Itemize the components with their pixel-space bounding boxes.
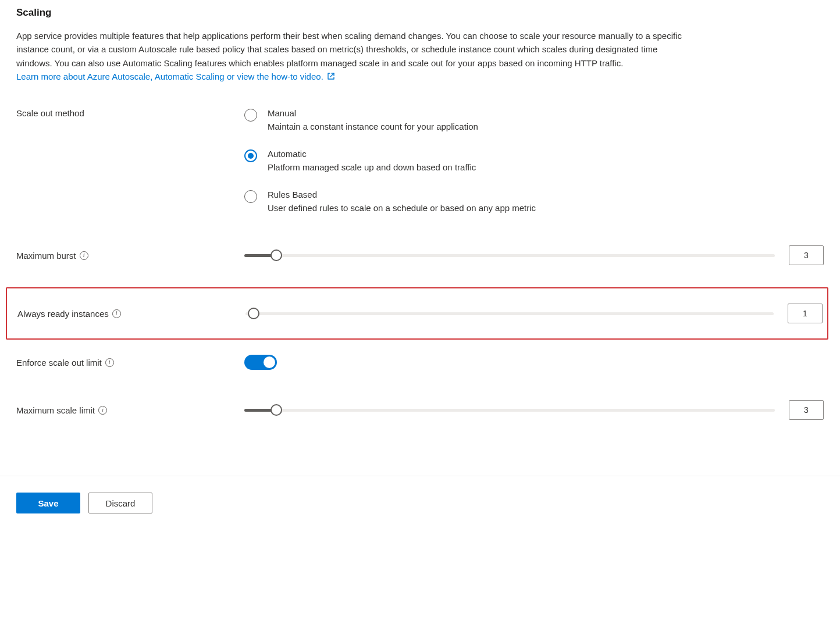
- info-icon[interactable]: [105, 358, 114, 367]
- radio-automatic-title: Automatic: [268, 149, 476, 159]
- maximum-burst-label: Maximum burst: [16, 251, 244, 261]
- radio-rules-desc: User defined rules to scale on a schedul…: [268, 203, 536, 213]
- scale-out-method-label: Scale out method: [16, 108, 244, 118]
- info-icon[interactable]: [112, 309, 121, 318]
- radio-option-manual[interactable]: Manual Maintain a constant instance coun…: [244, 108, 824, 131]
- radio-option-automatic[interactable]: Automatic Platform managed scale up and …: [244, 149, 824, 172]
- section-title: Scaling: [16, 7, 824, 19]
- maximum-burst-value[interactable]: 3: [789, 245, 824, 265]
- enforce-scale-out-label: Enforce scale out limit: [16, 358, 244, 368]
- radio-manual-desc: Maintain a constant instance count for y…: [268, 122, 478, 131]
- radio-rules[interactable]: [244, 190, 257, 203]
- scale-out-method-radio-group: Manual Maintain a constant instance coun…: [244, 108, 824, 213]
- maximum-scale-limit-value[interactable]: 3: [789, 400, 824, 420]
- external-link-icon: [327, 70, 335, 84]
- maximum-scale-limit-label: Maximum scale limit: [16, 405, 244, 415]
- discard-button[interactable]: Discard: [88, 493, 152, 513]
- save-button[interactable]: Save: [16, 493, 80, 513]
- radio-manual[interactable]: [244, 109, 257, 122]
- radio-rules-title: Rules Based: [268, 190, 536, 199]
- learn-more-link-text: Learn more about Azure Autoscale, Automa…: [16, 72, 323, 81]
- radio-manual-title: Manual: [268, 108, 478, 118]
- maximum-scale-limit-slider[interactable]: [244, 404, 775, 416]
- enforce-scale-out-toggle[interactable]: [244, 355, 277, 370]
- info-icon[interactable]: [98, 406, 107, 415]
- maximum-scale-limit-row: Maximum scale limit 3: [16, 397, 824, 423]
- always-ready-highlight: Always ready instances 1: [6, 287, 828, 340]
- radio-automatic-desc: Platform managed scale up and down based…: [268, 162, 476, 172]
- maximum-burst-slider[interactable]: [244, 249, 775, 262]
- radio-option-rules[interactable]: Rules Based User defined rules to scale …: [244, 190, 824, 213]
- maximum-burst-row: Maximum burst 3: [16, 242, 824, 269]
- footer: Save Discard: [0, 476, 840, 530]
- learn-more-link[interactable]: Learn more about Azure Autoscale, Automa…: [16, 72, 335, 81]
- info-icon[interactable]: [80, 251, 88, 260]
- enforce-scale-out-row: Enforce scale out limit: [16, 351, 824, 373]
- always-ready-slider[interactable]: [245, 307, 774, 320]
- section-description: App service provides multiple features t…: [16, 29, 691, 84]
- always-ready-value[interactable]: 1: [788, 304, 823, 323]
- always-ready-label: Always ready instances: [7, 309, 245, 319]
- section-description-text: App service provides multiple features t…: [16, 31, 682, 68]
- radio-automatic[interactable]: [244, 149, 257, 162]
